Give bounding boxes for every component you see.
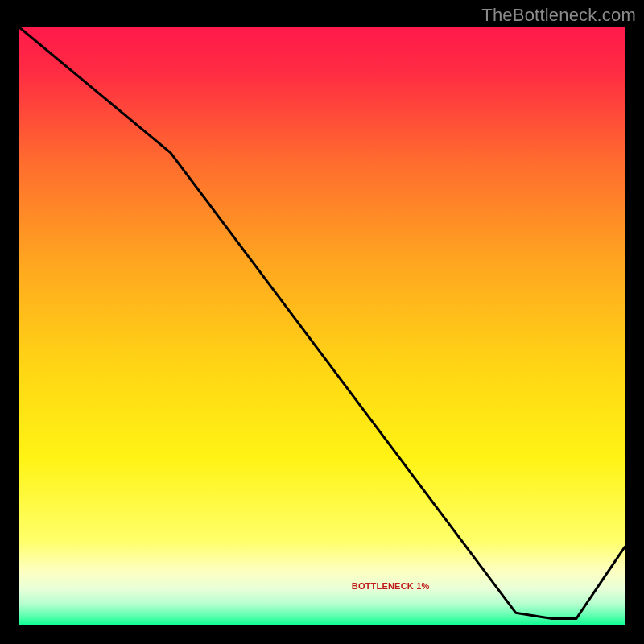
chart-frame: TheBottleneck.com BOTTLENECK 1% (0, 0, 644, 644)
plot-area: BOTTLENECK 1% (19, 27, 625, 625)
gradient-background (19, 27, 625, 625)
watermark-text: TheBottleneck.com (481, 5, 636, 26)
plot-svg (19, 27, 625, 625)
bottleneck-annotation: BOTTLENECK 1% (352, 581, 430, 591)
